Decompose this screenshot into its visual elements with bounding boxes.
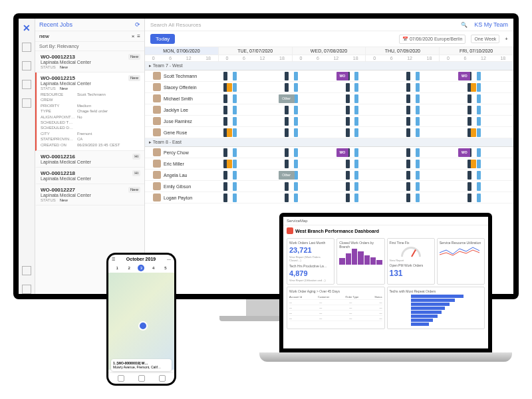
refresh-icon[interactable]: ⟳ (135, 21, 140, 28)
resource-row[interactable]: Angela LauOther (145, 170, 513, 181)
resource-row[interactable]: Logan Payton (145, 192, 513, 203)
day-header[interactable]: MON, 07/06/2020 (145, 47, 219, 55)
clear-icon[interactable]: × (132, 33, 135, 39)
resource-row[interactable]: Stacey Offerlein (145, 82, 513, 93)
filter-icon[interactable]: ≡ (137, 33, 140, 39)
sidebar-search-input[interactable] (39, 33, 129, 39)
job-card[interactable]: WO-00012216Hi Lapinata Medical Center (35, 151, 144, 168)
hbar (411, 299, 456, 302)
avatar (153, 194, 161, 201)
avatar (153, 117, 161, 125)
kpi-utilization[interactable]: Service Resource Utilization (437, 238, 485, 285)
resource-row[interactable]: Eric Miller (145, 158, 513, 170)
resource-search[interactable]: Search All Resources (150, 22, 454, 28)
mobile-app: ☰ October 2019 ⋯ 12345 1. [WO-00000019] … (108, 255, 174, 384)
rail-icon-2[interactable] (22, 61, 31, 70)
gauge-icon (401, 247, 421, 257)
sort-selector[interactable]: Sort By: Relevancy (35, 42, 144, 51)
laptop-base (259, 352, 512, 362)
avatar (153, 148, 161, 156)
resource-row[interactable]: Emily Gibson (145, 181, 513, 192)
phone-map[interactable] (108, 273, 174, 370)
kpi-bar-chart[interactable]: Closed Work Orders by Branch (336, 238, 384, 285)
bar (358, 251, 363, 265)
kpi-gauge[interactable]: First Time Fix View Report Open PM Work … (387, 238, 435, 285)
add-icon[interactable]: + (505, 36, 508, 42)
person-name: Jose Ramirez (164, 119, 192, 124)
person-name: Scott Techmann (164, 74, 197, 78)
rail-icon-settings[interactable] (22, 266, 31, 275)
phone-cal-day[interactable]: 3 (138, 265, 144, 271)
phone-month[interactable]: October 2019 (126, 257, 156, 261)
aging-table-panel[interactable]: Work Order Aging > Over 45 Days Account … (287, 287, 385, 329)
job-card-selected[interactable]: WO-00012215New Lapinata Medical Center S… (35, 72, 144, 151)
bar (376, 260, 382, 265)
hbar (411, 323, 430, 326)
team-group-header[interactable]: ▸ Team 7 - West (145, 62, 513, 70)
today-button[interactable]: Today (150, 34, 175, 44)
mobile-phone: ☰ October 2019 ⋯ 12345 1. [WO-00000019] … (106, 253, 176, 386)
avatar (153, 72, 161, 80)
hbar (411, 315, 438, 318)
phone-menu-icon[interactable]: ☰ (112, 257, 115, 261)
phone-job-card[interactable]: 1. [WO-00000019] W… Mowry Avenue, Fremon… (111, 359, 172, 371)
techs-panel[interactable]: Techs with Most Repeat Orders (387, 287, 485, 329)
job-card[interactable]: WO-00012218Hi Lapinata Medical Center (35, 168, 144, 184)
day-header[interactable]: TUE, 07/07/2020 (219, 47, 293, 55)
resource-row[interactable]: Jose Ramirez (145, 116, 513, 127)
resource-row[interactable]: Michael SmithOther (145, 93, 513, 104)
phone-nav-1[interactable] (118, 375, 124, 382)
phone-cal-day[interactable]: 2 (126, 265, 132, 271)
person-name: Eric Miller (164, 162, 184, 166)
person-name: Jacklyn Lee (164, 108, 188, 112)
kpi-card[interactable]: Work Orders Last Month 23,721 View Repor… (287, 238, 334, 285)
map-pin-icon[interactable] (138, 321, 148, 331)
phone-cal-day[interactable]: 1 (114, 265, 120, 271)
sidebar-title[interactable]: Recent Jobs (39, 21, 72, 28)
search-icon[interactable]: 🔍 (461, 22, 467, 28)
rail-icon-apps[interactable] (22, 285, 31, 294)
day-header[interactable]: WED, 07/08/2020 (293, 47, 366, 55)
laptop: ServiceMap West Branch Performance Dashb… (259, 213, 512, 386)
bar (352, 249, 357, 265)
person-name: Logan Payton (164, 196, 192, 200)
resource-row[interactable]: Scott TechmannWOWO (145, 70, 513, 82)
hbar (411, 311, 442, 314)
job-card[interactable]: WO-00012227New Lapinata Medical Center S… (35, 184, 144, 205)
rail-icon-4[interactable] (22, 98, 31, 108)
resource-row[interactable]: Jacklyn Lee (145, 104, 513, 116)
avatar (153, 83, 161, 91)
person-name: Michael Smith (164, 96, 193, 101)
team-selector[interactable]: KS My Team (474, 21, 508, 28)
team-group-header[interactable]: ▸ Team 8 - East (145, 138, 513, 147)
bar (370, 257, 376, 265)
phone-nav-2[interactable] (138, 375, 145, 382)
bar (364, 255, 370, 265)
dashboard-breadcrumb[interactable]: ServiceMap (283, 217, 488, 225)
phone-nav-3[interactable] (159, 375, 166, 382)
job-card[interactable]: WO-00012213New Lapinata Medical Center S… (35, 51, 144, 72)
person-name: Emily Gibson (164, 184, 191, 189)
dashboard-app: ServiceMap West Branch Performance Dashb… (283, 217, 488, 348)
phone-cal-day[interactable]: 5 (162, 265, 169, 271)
date-range[interactable]: 📅 07/06/2020 Europe/Berlin (399, 35, 466, 44)
dashboard-icon (287, 227, 293, 234)
span-selector[interactable]: One Week (471, 35, 499, 43)
day-header[interactable]: THU, 07/09/2020 (366, 47, 440, 55)
phone-more-icon[interactable]: ⋯ (167, 257, 171, 261)
rail-icon-3[interactable] (22, 80, 31, 89)
person-name: Angela Lau (164, 173, 187, 178)
person-name: Gene Rose (164, 130, 187, 135)
day-header[interactable]: FRI, 07/10/2020 (440, 47, 513, 55)
hbar (411, 319, 433, 322)
resource-row[interactable]: Gene Rose (145, 127, 513, 138)
rail-icon-1[interactable] (22, 43, 31, 52)
sparkline-icon (440, 245, 479, 258)
avatar (153, 171, 161, 179)
avatar (153, 182, 161, 190)
app-logo[interactable]: ✕ (23, 23, 31, 33)
phone-cal-day[interactable]: 4 (150, 265, 157, 271)
resource-row[interactable]: Percy ChowWOWO (145, 147, 513, 158)
hbar (411, 307, 446, 310)
bar (339, 258, 344, 265)
